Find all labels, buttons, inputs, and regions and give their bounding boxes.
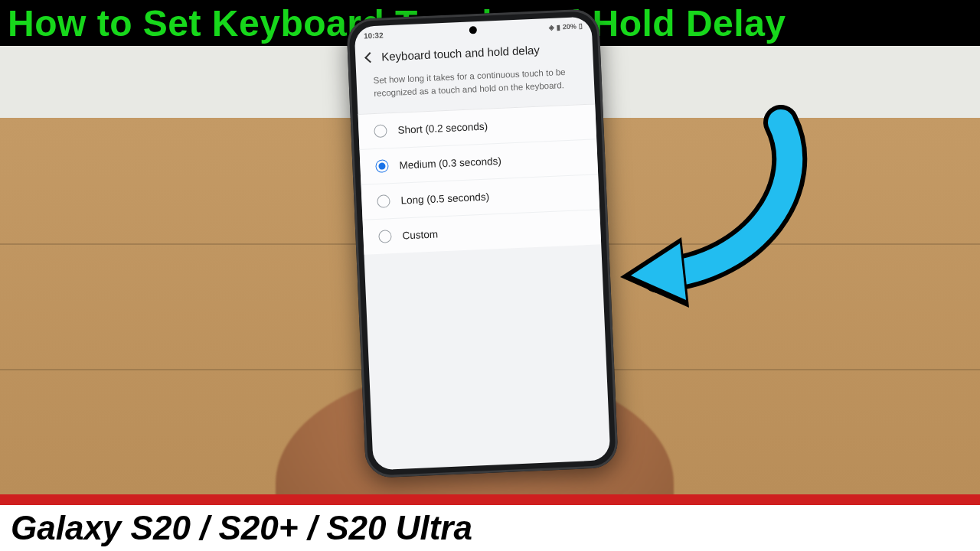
signal-icon: ▮ bbox=[557, 23, 560, 31]
option-label: Medium (0.3 seconds) bbox=[399, 155, 501, 171]
option-label: Custom bbox=[402, 229, 438, 242]
wifi-icon: ◈ bbox=[549, 24, 554, 31]
battery-percent: 20% bbox=[563, 22, 577, 31]
radio-unselected-icon bbox=[378, 230, 392, 244]
radio-selected-icon bbox=[375, 160, 389, 174]
battery-icon: ▯ bbox=[579, 22, 583, 30]
status-right-cluster: ◈ ▮ 20% ▯ bbox=[549, 22, 583, 31]
radio-unselected-icon bbox=[374, 125, 387, 139]
radio-unselected-icon bbox=[377, 195, 390, 209]
delay-options-list: Short (0.2 seconds) Medium (0.3 seconds)… bbox=[358, 104, 601, 255]
option-label: Long (0.5 seconds) bbox=[400, 191, 489, 207]
thumbnail-frame: How to Set Keyboard Touch and Hold Delay… bbox=[0, 0, 980, 551]
phone-screen: 10:32 ◈ ▮ 20% ▯ Keyboard touch and hold … bbox=[354, 17, 610, 471]
phone-device: 10:32 ◈ ▮ 20% ▯ Keyboard touch and hold … bbox=[346, 8, 619, 478]
page-title: Keyboard touch and hold delay bbox=[381, 44, 540, 64]
footer-text: Galaxy S20 / S20+ / S20 Ultra bbox=[11, 509, 472, 547]
footer-banner: Galaxy S20 / S20+ / S20 Ultra bbox=[0, 505, 980, 551]
back-icon[interactable] bbox=[364, 52, 375, 63]
option-label: Short (0.2 seconds) bbox=[397, 121, 488, 136]
red-divider bbox=[0, 494, 980, 505]
status-time: 10:32 bbox=[364, 31, 384, 40]
